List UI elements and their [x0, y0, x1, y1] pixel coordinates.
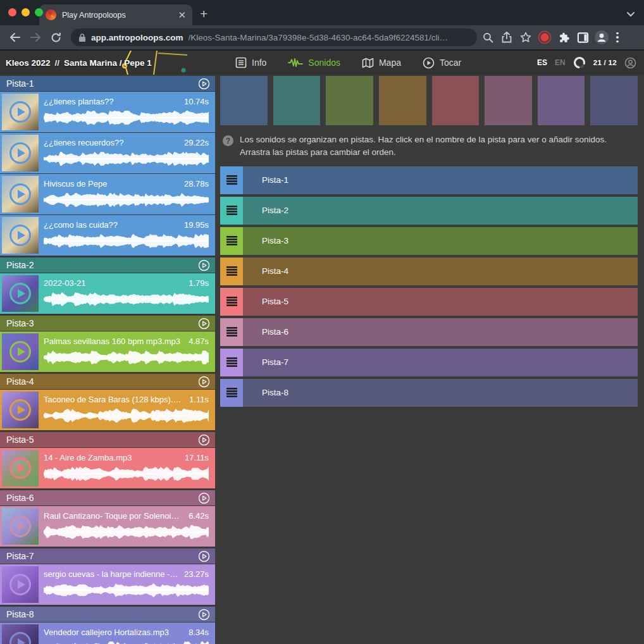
close-window-button[interactable] — [8, 8, 16, 16]
map-banner[interactable]: Kleos 2022 // Santa Marina / Pepe 1 — [0, 51, 215, 75]
track-drag-handle[interactable] — [220, 257, 243, 285]
track-play-icon[interactable] — [198, 259, 210, 271]
back-button[interactable] — [6, 28, 24, 46]
track-section-header[interactable]: Pista-4 — [0, 374, 215, 389]
track-section-header[interactable]: Pista-3 — [0, 316, 215, 331]
clip-play-button[interactable] — [9, 574, 31, 595]
track-play-icon[interactable] — [198, 492, 210, 504]
track-play-icon[interactable] — [198, 318, 210, 330]
clip-thumbnail[interactable] — [2, 275, 39, 312]
track-row-body[interactable]: Pista-5 — [243, 288, 638, 316]
track-drag-handle[interactable] — [220, 288, 243, 316]
clip-play-button[interactable] — [9, 225, 31, 246]
track-color-swatch[interactable] — [273, 76, 321, 125]
zoom-page-icon[interactable] — [480, 29, 496, 46]
audio-clip[interactable]: Vendedor callejero Hortalizas.mp38.34s — [0, 622, 215, 644]
track-drag-handle[interactable] — [220, 349, 243, 376]
tab-mapa[interactable]: Mapa — [356, 51, 407, 75]
audio-clip[interactable]: 2022-03-211.79s — [0, 273, 215, 314]
side-panel-icon[interactable] — [574, 29, 591, 46]
track-drag-handle[interactable] — [220, 318, 243, 346]
track-drag-handle[interactable] — [220, 379, 243, 407]
audio-clip[interactable]: 14 - Aire de Zamba.mp317.11s — [0, 448, 215, 488]
clip-thumbnail[interactable] — [2, 176, 39, 213]
clip-waveform[interactable] — [44, 408, 209, 423]
track-drag-handle[interactable] — [220, 166, 243, 194]
audio-clip[interactable]: ¿¿tienes plantas??10.74s — [0, 92, 215, 132]
record-extension-icon[interactable] — [536, 29, 553, 46]
track-row[interactable]: Pista-8 — [220, 379, 638, 407]
extensions-puzzle-icon[interactable] — [555, 29, 572, 46]
clip-play-button[interactable] — [9, 283, 31, 304]
clip-thumbnail[interactable] — [2, 508, 39, 545]
address-bar[interactable]: app.antropoloops.com/Kleos-Santa-Marina/… — [71, 28, 477, 46]
audio-clip[interactable]: ¿¿tienes recuerdos??29.22s — [0, 133, 215, 173]
new-tab-button[interactable]: + — [200, 6, 207, 22]
clip-thumbnail[interactable] — [2, 566, 39, 603]
track-section-header[interactable]: Pista-6 — [0, 490, 215, 505]
track-row[interactable]: Pista-1 — [220, 166, 638, 194]
track-row[interactable]: Pista-2 — [220, 197, 638, 225]
reload-button[interactable] — [47, 28, 65, 46]
track-drag-handle[interactable] — [220, 197, 243, 225]
clip-play-button[interactable] — [9, 142, 31, 164]
track-row-body[interactable]: Pista-8 — [243, 379, 638, 407]
track-section-header[interactable]: Pista-8 — [0, 607, 215, 622]
lang-es-button[interactable]: ES — [537, 58, 547, 67]
track-row-body[interactable]: Pista-6 — [243, 318, 638, 346]
track-row[interactable]: Pista-4 — [220, 257, 638, 285]
track-row[interactable]: Pista-6 — [220, 318, 638, 346]
clip-play-button[interactable] — [9, 399, 31, 421]
tab-tocar[interactable]: Tocar — [416, 51, 468, 75]
clip-waveform[interactable] — [44, 151, 209, 166]
track-section-header[interactable]: Pista-7 — [0, 548, 215, 564]
track-row-body[interactable]: Pista-7 — [243, 349, 638, 376]
minimize-window-button[interactable] — [22, 8, 30, 16]
clip-waveform[interactable] — [44, 350, 209, 365]
clip-waveform[interactable] — [44, 110, 209, 125]
clip-waveform[interactable] — [44, 192, 209, 207]
lang-en-button[interactable]: EN — [555, 58, 566, 67]
audio-clip[interactable]: Hiviscus de Pepe28.78s — [0, 174, 215, 214]
clip-thumbnail[interactable] — [2, 333, 39, 370]
clip-waveform[interactable] — [44, 292, 209, 307]
forward-button[interactable] — [27, 28, 44, 46]
tab-sonidos[interactable]: Sonidos — [282, 51, 347, 75]
browser-menu-icon[interactable] — [616, 32, 619, 43]
clip-waveform[interactable] — [44, 641, 209, 644]
clip-thumbnail[interactable] — [2, 94, 39, 130]
track-row[interactable]: Pista-7 — [220, 349, 638, 376]
clip-play-button[interactable] — [9, 183, 31, 205]
clip-thumbnail[interactable] — [2, 392, 39, 428]
track-play-icon[interactable] — [198, 609, 210, 621]
track-color-swatch[interactable] — [326, 76, 373, 125]
audio-clip[interactable]: ¿¿como las cuida??19.95s — [0, 215, 215, 256]
track-row-body[interactable]: Pista-1 — [243, 166, 638, 194]
clip-play-button[interactable] — [9, 341, 31, 362]
clip-play-button[interactable] — [9, 101, 31, 123]
track-row[interactable]: Pista-5 — [220, 288, 638, 316]
track-row[interactable]: Pista-3 — [220, 227, 638, 255]
account-icon[interactable] — [624, 57, 636, 69]
share-icon[interactable] — [498, 29, 515, 46]
track-section-header[interactable]: Pista-5 — [0, 432, 215, 447]
clip-waveform[interactable] — [44, 583, 209, 598]
audio-clip[interactable]: Taconeo de Sara Baras (128 kbps).mp31.11… — [0, 390, 215, 430]
clip-thumbnail[interactable] — [2, 135, 39, 171]
track-play-icon[interactable] — [198, 434, 210, 446]
clip-waveform[interactable] — [44, 233, 209, 249]
clip-play-button[interactable] — [9, 632, 31, 644]
track-row-body[interactable]: Pista-3 — [243, 227, 638, 255]
track-color-swatch[interactable] — [220, 76, 268, 125]
audio-clip[interactable]: Palmas sevillanas 160 bpm mp3.mp34.87s — [0, 331, 215, 372]
clip-thumbnail[interactable] — [2, 624, 39, 644]
track-color-swatch[interactable] — [432, 76, 480, 125]
audio-clip[interactable]: sergio cuevas - la harpe indienne - 03 -… — [0, 564, 215, 605]
track-row-body[interactable]: Pista-2 — [243, 197, 638, 225]
bookmark-star-icon[interactable] — [517, 29, 534, 46]
track-row-body[interactable]: Pista-4 — [243, 257, 638, 285]
track-play-icon[interactable] — [198, 78, 210, 90]
clip-thumbnail[interactable] — [2, 450, 39, 486]
track-section-header[interactable]: Pista-2 — [0, 257, 215, 273]
clip-waveform[interactable] — [44, 524, 209, 540]
